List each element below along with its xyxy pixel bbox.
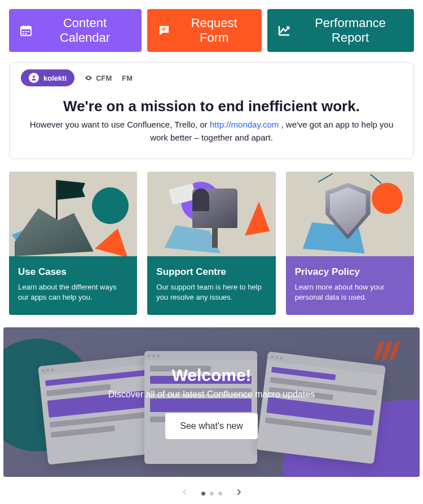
- mission-text-before: However you want to use Confluence, Trel…: [30, 120, 210, 129]
- hero-subtitle: Discover all of our latest Confluence ma…: [108, 389, 315, 400]
- button-label: Request Form: [177, 16, 252, 45]
- carousel-dot-2[interactable]: [210, 492, 214, 496]
- mission-body: We're on a mission to end inefficient wo…: [16, 92, 407, 152]
- svg-rect-7: [23, 33, 24, 34]
- calendar-icon: [19, 24, 33, 37]
- tab-fm[interactable]: FM: [122, 74, 133, 82]
- svg-rect-8: [25, 33, 27, 34]
- card-image: [147, 172, 275, 256]
- performance-report-button[interactable]: Performance Report: [267, 9, 414, 52]
- svg-point-11: [33, 76, 35, 78]
- tab-label: FM: [122, 74, 133, 82]
- carousel-dots: [201, 492, 222, 496]
- carousel-next-button[interactable]: [232, 486, 245, 501]
- svg-rect-4: [23, 31, 24, 32]
- chart-line-icon: [277, 24, 291, 37]
- card-image: [9, 172, 137, 256]
- card-title: Privacy Policy: [295, 266, 405, 278]
- pill-label: kolekti: [43, 74, 67, 82]
- card-image: [286, 172, 414, 256]
- info-cards: Use Cases Learn about the different ways…: [9, 172, 414, 315]
- card-use-cases[interactable]: Use Cases Learn about the different ways…: [9, 172, 137, 315]
- visibility-icon: [85, 74, 92, 82]
- card-privacy[interactable]: Privacy Policy Learn more about how your…: [286, 172, 414, 315]
- kolekti-pill[interactable]: kolekti: [21, 69, 74, 86]
- mission-text: However you want to use Confluence, Trel…: [28, 119, 395, 144]
- svg-rect-1: [21, 27, 31, 29]
- mission-title: We're on a mission to end inefficient wo…: [28, 98, 395, 115]
- see-whats-new-button[interactable]: See what's new: [165, 413, 258, 439]
- card-title: Support Centre: [156, 266, 266, 278]
- tab-label: CFM: [96, 74, 112, 82]
- carousel-prev-button[interactable]: [179, 486, 191, 501]
- svg-point-12: [88, 77, 89, 78]
- monday-link[interactable]: http://monday.com: [210, 120, 279, 129]
- card-desc: Our support team is here to help you res…: [156, 282, 266, 303]
- card-desc: Learn about the different ways our apps …: [18, 282, 128, 303]
- card-title: Use Cases: [18, 266, 128, 278]
- carousel-navigation: [9, 477, 414, 503]
- tab-cfm[interactable]: CFM: [85, 74, 112, 82]
- carousel-dot-3[interactable]: [218, 492, 222, 496]
- user-icon: [29, 73, 39, 83]
- mission-tabs: kolekti CFM FM: [16, 69, 407, 92]
- hero-banner: Welcome! Discover all of our latest Conf…: [3, 327, 420, 477]
- mission-panel: kolekti CFM FM We're on a mission to end…: [9, 62, 414, 159]
- content-calendar-button[interactable]: Content Calendar: [9, 9, 142, 52]
- carousel-dot-1[interactable]: [201, 492, 205, 496]
- svg-rect-6: [28, 31, 29, 32]
- card-support[interactable]: Support Centre Our support team is here …: [147, 172, 275, 315]
- top-button-row: Content Calendar Request Form Performanc…: [9, 9, 414, 52]
- button-label: Content Calendar: [38, 16, 131, 45]
- svg-rect-5: [25, 31, 27, 32]
- form-icon: [157, 24, 171, 37]
- hero-title: Welcome!: [108, 366, 315, 385]
- request-form-button[interactable]: Request Form: [147, 9, 262, 52]
- card-desc: Learn more about how your personal data …: [295, 282, 405, 303]
- button-label: Performance Report: [297, 16, 404, 45]
